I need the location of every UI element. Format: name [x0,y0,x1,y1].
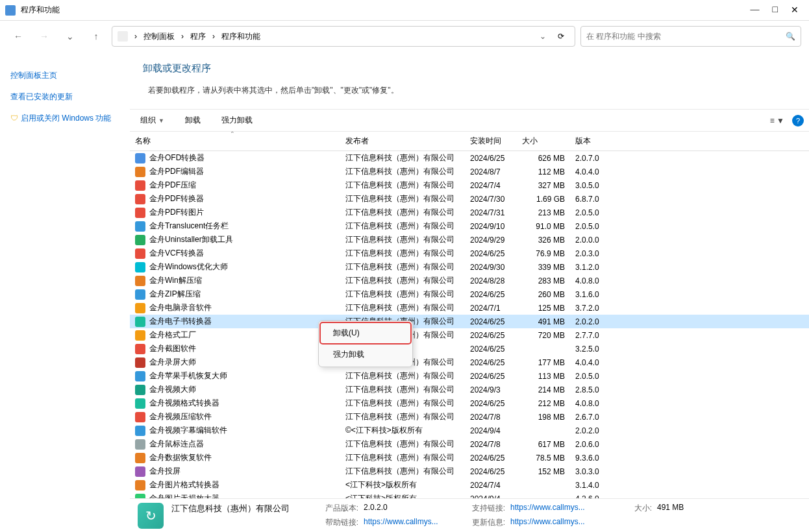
context-force-uninstall[interactable]: 强力卸载 [320,344,411,365]
table-row[interactable]: 金舟苹果手机恢复大师 江下信息科技（惠州）有限公司 2024/6/25 113 … [130,369,809,383]
sort-indicator-icon: ⌃ [230,132,235,137]
table-row[interactable]: 金舟PDF编辑器 江下信息科技（惠州）有限公司 2024/8/7 112 MB … [130,165,809,178]
table-row[interactable]: 金舟电子书转换器 江下信息科技（惠州）有限公司 2024/6/25 491 MB… [130,315,809,328]
program-size: 76.9 MB [517,249,570,258]
table-row[interactable]: 金舟图片无损放大器 <江下科技>版权所有 2024/9/4 4.2.6.0 [130,492,809,498]
value-support-link[interactable]: https://www.callmys... [510,503,608,514]
label-product-version: 产品版本: [306,503,358,514]
program-publisher: <江下科技>版权所有 [340,493,465,498]
program-size: 720 MB [517,331,570,340]
label-support-link: 支持链接: [453,503,505,514]
program-version: 4.0.8.0 [570,276,648,285]
program-size: 214 MB [517,385,570,394]
program-date: 2024/9/3 [465,385,517,394]
program-size: 213 MB [517,208,570,217]
view-options-button[interactable]: ≡ ▼ [767,114,787,128]
context-uninstall[interactable]: 卸载(U) [320,322,411,344]
column-version[interactable]: 版本 [570,132,648,151]
table-row[interactable]: 金舟PDF转换器 江下信息科技（惠州）有限公司 2024/7/30 1.69 G… [130,192,809,206]
column-name[interactable]: 名称 ⌃ [132,132,340,151]
table-row[interactable]: 金舟投屏 江下信息科技（惠州）有限公司 2024/6/25 152 MB 3.0… [130,465,809,478]
app-row-icon [135,494,145,499]
program-size: 326 MB [517,236,570,245]
column-publisher[interactable]: 发布者 [340,132,465,151]
program-date: 2024/8/7 [465,167,517,176]
program-date: 2024/7/8 [465,440,517,449]
table-row[interactable]: 金舟视频压缩软件 江下信息科技（惠州）有限公司 2024/7/8 198 MB … [130,410,809,424]
program-version: 3.1.4.0 [570,481,648,490]
program-size: 626 MB [517,154,570,163]
table-row[interactable]: 金舟视频格式转换器 江下信息科技（惠州）有限公司 2024/6/25 212 M… [130,396,809,410]
column-date[interactable]: 安装时间 [465,132,517,151]
table-row[interactable]: 金舟Windows优化大师 江下信息科技（惠州）有限公司 2024/9/30 3… [130,260,809,274]
program-size: 91.0 MB [517,222,570,231]
program-publisher: 江下信息科技（惠州）有限公司 [340,275,465,286]
app-row-icon [135,221,145,232]
address-bar[interactable]: › 控制面板 › 程序 › 程序和功能 ⌄ ⟳ [112,26,575,47]
table-row[interactable]: 金舟数据恢复软件 江下信息科技（惠州）有限公司 2024/6/25 78.5 M… [130,451,809,465]
table-row[interactable]: 金舟格式工厂 江下信息科技（惠州）有限公司 2024/6/25 720 MB 2… [130,328,809,342]
program-date: 2024/7/1 [465,304,517,313]
dropdown-history[interactable]: ⌄ [60,26,81,47]
breadcrumb-mid[interactable]: 程序 [188,31,208,42]
program-publisher: 江下信息科技（惠州）有限公司 [340,289,465,300]
up-button[interactable]: ↑ [86,26,106,47]
force-uninstall-button[interactable]: 强力卸载 [216,112,258,128]
refresh-button[interactable]: ⟳ [553,32,569,41]
program-size: 78.5 MB [517,453,570,463]
table-row[interactable]: 金舟OFD转换器 江下信息科技（惠州）有限公司 2024/6/25 626 MB… [130,151,809,165]
table-row[interactable]: 金舟鼠标连点器 江下信息科技（惠州）有限公司 2024/7/8 617 MB 2… [130,437,809,451]
help-button[interactable]: ? [792,115,804,127]
statusbar: ↻ 江下信息科技（惠州）有限公司 产品版本: 2.0.2.0 支持链接: htt… [130,498,809,532]
value-help-link[interactable]: https://www.callmys... [364,517,448,528]
uninstall-button[interactable]: 卸载 [180,112,206,128]
sidebar-link-home[interactable]: 控制面板主页 [10,65,119,86]
minimize-button[interactable]: — [751,5,760,16]
app-row-icon [135,426,145,436]
sidebar-link-windows-features[interactable]: 启用或关闭 Windows 功能 [10,108,119,129]
table-row[interactable]: 金舟Translucent任务栏 江下信息科技（惠州）有限公司 2024/9/1… [130,219,809,233]
organize-button[interactable]: 组织 ▼ [135,112,169,128]
program-publisher: 江下信息科技（惠州）有限公司 [340,384,465,395]
context-menu: 卸载(U) 强力卸载 [318,320,413,367]
close-button[interactable]: ✕ [791,5,799,16]
table-row[interactable]: 金舟视频字幕编辑软件 ©<江下科技>版权所有 2024/9/4 2.0.2.0 [130,424,809,437]
table-row[interactable]: 金舟Win解压缩 江下信息科技（惠州）有限公司 2024/8/28 283 MB… [130,274,809,287]
table-row[interactable]: 金舟视频大师 江下信息科技（惠州）有限公司 2024/9/3 214 MB 2.… [130,383,809,396]
breadcrumb-leaf[interactable]: 程序和功能 [219,31,263,42]
breadcrumb-sep: › [210,32,218,41]
search-icon[interactable]: 🔍 [786,32,795,41]
program-size: 212 MB [517,399,570,408]
program-size: 1.69 GB [517,195,570,204]
table-row[interactable]: 金舟PDF压缩 江下信息科技（惠州）有限公司 2024/7/4 327 MB 3… [130,178,809,192]
search-input[interactable] [586,32,786,41]
page-description: 若要卸载程序，请从列表中将其选中，然后单击"卸载"、"更改"或"修复"。 [143,85,796,96]
back-button[interactable]: ← [8,26,29,47]
program-date: 2024/6/25 [465,372,517,381]
breadcrumb-root[interactable]: 控制面板 [141,31,177,42]
table-row[interactable]: 金舟Uninstaller卸载工具 江下信息科技（惠州）有限公司 2024/9/… [130,233,809,247]
program-version: 2.0.5.0 [570,208,648,217]
value-update-info[interactable]: https://www.callmys... [510,517,608,528]
table-row[interactable]: 金舟ZIP解压缩 江下信息科技（惠州）有限公司 2024/6/25 260 MB… [130,287,809,301]
table-row[interactable]: 金舟图片格式转换器 <江下科技>版权所有 2024/7/4 3.1.4.0 [130,478,809,492]
sidebar-link-updates[interactable]: 查看已安装的更新 [10,86,119,108]
table-row[interactable]: 金舟PDF转图片 江下信息科技（惠州）有限公司 2024/7/31 213 MB… [130,206,809,219]
program-name: 金舟数据恢复软件 [149,452,212,463]
forward-button[interactable]: → [34,26,55,47]
program-size: 260 MB [517,290,570,299]
address-dropdown[interactable]: ⌄ [537,32,549,41]
program-version: 2.7.7.0 [570,331,648,340]
program-version: 2.0.5.0 [570,222,648,231]
table-row[interactable]: 金舟电脑录音软件 江下信息科技（惠州）有限公司 2024/7/1 125 MB … [130,301,809,315]
column-size[interactable]: 大小 [517,132,570,151]
search-box[interactable]: 🔍 [580,26,801,47]
table-row[interactable]: 金舟截图软件 2024/6/25 3.2.5.0 [130,342,809,356]
table-row[interactable]: 金舟VCF转换器 江下信息科技（惠州）有限公司 2024/6/25 76.9 M… [130,247,809,260]
program-date: 2024/6/25 [465,249,517,258]
program-name: 金舟格式工厂 [149,330,196,341]
program-name: 金舟PDF转换器 [149,193,204,204]
app-row-icon [135,466,145,477]
maximize-button[interactable]: □ [773,5,778,16]
table-row[interactable]: 金舟录屏大师 江下信息科技（惠州）有限公司 2024/6/25 177 MB 4… [130,356,809,369]
